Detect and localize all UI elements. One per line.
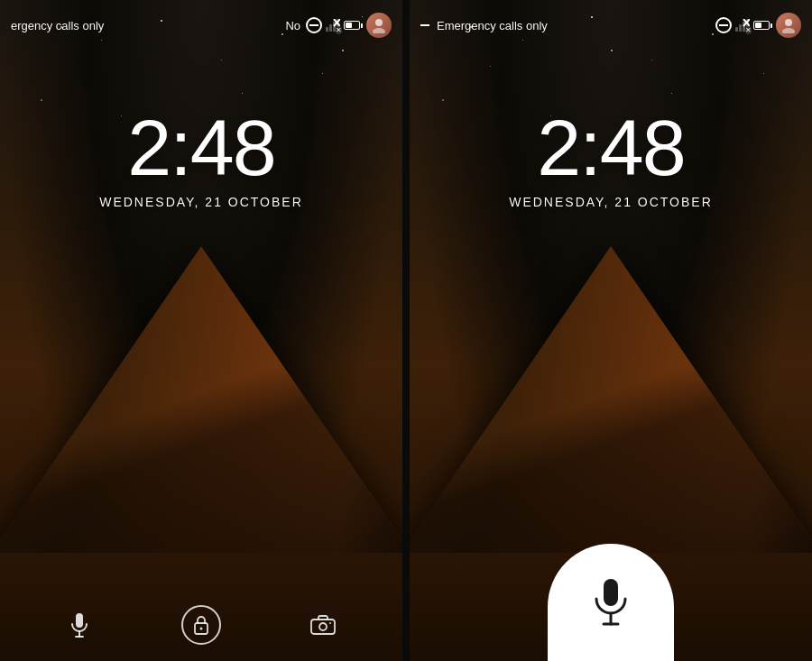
svg-rect-8 — [76, 613, 83, 628]
svg-point-7 — [373, 28, 385, 33]
svg-point-12 — [199, 628, 202, 630]
right-phone-screen: Emergency calls only — [410, 0, 812, 661]
svg-point-14 — [319, 623, 327, 630]
dash-icon — [420, 24, 429, 26]
battery-icon-right — [753, 21, 772, 30]
notification-indicator: No — [285, 19, 300, 32]
svg-rect-0 — [326, 27, 328, 32]
pyramid-image-right — [410, 228, 812, 589]
mic-button-left[interactable] — [60, 605, 99, 645]
camera-button-left[interactable] — [303, 605, 343, 645]
signal-crossed-icon — [326, 18, 340, 32]
screen-divider — [402, 0, 410, 661]
left-phone-screen: ergency calls only No — [0, 0, 402, 661]
status-bar-right: Emergency calls only — [410, 0, 812, 50]
bottom-bar-left — [0, 589, 402, 661]
emergency-calls-text-right: Emergency calls only — [420, 19, 715, 32]
svg-point-23 — [782, 28, 795, 33]
status-icons-right — [715, 13, 801, 38]
pyramid-image — [0, 228, 402, 589]
clock-date-left: WEDNESDAY, 21 OCTOBER — [99, 195, 303, 209]
svg-rect-13 — [311, 620, 335, 634]
battery-icon — [344, 21, 363, 30]
svg-rect-1 — [329, 24, 332, 32]
emergency-calls-text-left: ergency calls only — [11, 19, 285, 32]
user-avatar-left[interactable] — [366, 13, 392, 38]
emergency-label-right: Emergency calls only — [437, 19, 548, 32]
svg-rect-2 — [333, 22, 336, 32]
dnd-icon-right — [715, 17, 732, 33]
svg-point-22 — [785, 19, 792, 26]
status-icons-left: No — [285, 13, 392, 38]
svg-rect-17 — [739, 24, 742, 32]
clock-date-right: WEDNESDAY, 21 OCTOBER — [509, 195, 713, 209]
clock-area-left: 2:48 WEDNESDAY, 21 OCTOBER — [0, 108, 402, 209]
svg-rect-18 — [743, 22, 745, 32]
clock-area-right: 2:48 WEDNESDAY, 21 OCTOBER — [410, 108, 812, 209]
signal-crossed-icon-right — [735, 18, 750, 32]
svg-point-15 — [329, 622, 331, 624]
clock-time-left: 2:48 — [127, 108, 274, 188]
svg-rect-24 — [604, 579, 618, 606]
status-bar-left: ergency calls only No — [0, 0, 402, 50]
mic-icon-large — [591, 577, 631, 628]
svg-rect-16 — [735, 27, 738, 32]
svg-point-6 — [375, 19, 383, 26]
lock-button-left[interactable] — [181, 605, 221, 645]
user-avatar-right[interactable] — [776, 13, 801, 38]
mic-panel[interactable] — [548, 544, 674, 661]
dnd-icon — [306, 17, 322, 33]
clock-time-right: 2:48 — [537, 108, 684, 188]
